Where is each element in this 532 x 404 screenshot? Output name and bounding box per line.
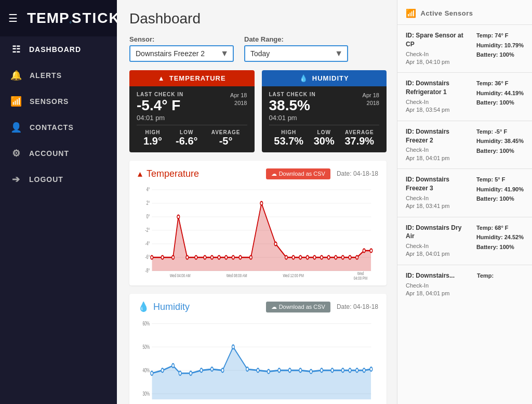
svg-point-63 — [190, 371, 192, 375]
sensor-temp-0: Temp: 74° F — [476, 31, 524, 40]
sensor-temp-2: Temp: -5° F — [476, 127, 524, 136]
hum-low-value: 30% — [314, 135, 335, 147]
sensor-temp-4: Temp: 68° F — [476, 224, 524, 232]
temp-low-value: -6.6° — [176, 135, 197, 147]
hum-card-header: 💧 HUMIDITY — [262, 70, 387, 86]
temp-download-button[interactable]: ☁ Download as CSV — [266, 168, 330, 179]
svg-point-81 — [370, 367, 373, 371]
hum-date: Apr 18 — [363, 92, 379, 98]
temp-checkin-value: -5.4° F — [137, 97, 183, 114]
sidebar-label-sensors: SENSORS — [30, 97, 69, 106]
sidebar-label-dashboard: DASHBOARD — [29, 45, 81, 54]
hum-chart-svg: 60% 50% 40% 30% — [138, 318, 378, 404]
svg-point-36 — [285, 256, 288, 259]
hum-sub-row: HIGH 53.7% LOW 30% AVERAGE 37.9% — [269, 125, 380, 147]
sensor-bat-0: Battery: 100% — [476, 50, 524, 59]
sensor-hum-1: Humidity: 44.19% — [476, 89, 524, 98]
svg-point-39 — [306, 256, 309, 259]
temp-year: 2018 — [234, 100, 247, 106]
svg-point-41 — [321, 256, 323, 259]
sidebar-item-contacts[interactable]: 👤 CONTACTS — [0, 114, 117, 140]
svg-point-45 — [349, 256, 351, 259]
svg-text:40%: 40% — [143, 367, 150, 373]
svg-point-24 — [177, 215, 180, 219]
sidebar-item-alerts[interactable]: 🔔 ALERTS — [0, 62, 117, 88]
hum-chart-title-row: 💧 Humidity — [138, 301, 190, 312]
temp-chart-card: ▴ Temperature ☁ Download as CSV Date: 04… — [129, 161, 387, 285]
svg-point-68 — [246, 367, 249, 371]
sensor-info-0: ID: Spare Sensor at CP Check-In Apr 18, … — [406, 31, 471, 66]
svg-text:Wed 08:00 AM: Wed 08:00 AM — [227, 273, 247, 279]
sensor-hum-3: Humidity: 41.90% — [476, 185, 524, 194]
sidebar-item-dashboard[interactable]: ☷ DASHBOARD — [0, 36, 117, 62]
sensor-bat-3: Battery: 100% — [476, 194, 524, 203]
hum-avg: AVERAGE 37.9% — [344, 129, 374, 147]
sensor-bat-1: Battery: 100% — [476, 98, 524, 107]
temp-checkin-row: LAST CHECK IN -5.4° F 04:01 pm Apr 18 20… — [137, 92, 247, 122]
sensor-card-3: ID: Downstairs Freezer 3 Check-In Apr 18… — [397, 168, 532, 216]
sensor-checkin-label-0: Check-In — [406, 51, 429, 57]
svg-point-21 — [151, 256, 153, 259]
hum-download-icon: ☁ — [271, 304, 277, 310]
svg-point-76 — [331, 368, 334, 372]
sidebar-item-logout[interactable]: ➔ LOGOUT — [0, 166, 117, 192]
sensor-stats-5: Temp: — [477, 271, 524, 298]
hum-avg-value: 37.9% — [344, 135, 374, 147]
svg-point-70 — [268, 370, 270, 374]
temp-high: HIGH 1.9° — [143, 129, 162, 147]
svg-point-62 — [179, 371, 181, 375]
sensor-stats-2: Temp: -5° F Humidity: 38.45% Battery: 10… — [476, 127, 524, 162]
svg-text:-2°: -2° — [145, 227, 150, 233]
sensor-select[interactable]: Downstairs Freezer 2 Spare Sensor at CP … — [129, 45, 234, 62]
svg-point-30 — [225, 256, 228, 259]
sensor-id-1: ID: Downstairs Refrigerator 1 — [406, 79, 471, 97]
hum-chart-title: Humidity — [153, 302, 190, 312]
sensor-bat-2: Battery: 100% — [476, 147, 524, 155]
sensor-card-5: ID: Downstairs... Check-In Apr 18, 04:01… — [397, 265, 532, 304]
svg-point-31 — [232, 256, 234, 259]
svg-text:-8°: -8° — [145, 268, 150, 274]
svg-text:-4°: -4° — [145, 241, 150, 247]
sensor-card-0: ID: Spare Sensor at CP Check-In Apr 18, … — [397, 24, 532, 72]
temp-avg-label: AVERAGE — [211, 129, 241, 135]
temp-date: Apr 18 — [230, 92, 247, 98]
sidebar-item-account[interactable]: ⚙ ACCOUNT — [0, 140, 117, 166]
temp-chart-icon: ▴ — [138, 168, 142, 179]
temp-high-value: 1.9° — [143, 135, 162, 147]
temp-download-icon: ☁ — [271, 171, 277, 177]
hum-high: HIGH 53.7% — [274, 129, 303, 147]
hum-chart-container: 60% 50% 40% 30% — [138, 318, 378, 404]
sensor-stats-3: Temp: 5° F Humidity: 41.90% Battery: 100… — [476, 175, 524, 210]
svg-point-43 — [335, 256, 337, 259]
svg-point-28 — [211, 256, 214, 259]
person-icon: 👤 — [10, 122, 22, 133]
temp-checkin-date: Apr 18 2018 — [230, 92, 247, 108]
svg-point-27 — [204, 256, 206, 259]
hum-high-value: 53.7% — [274, 135, 303, 147]
svg-point-71 — [278, 368, 281, 372]
hum-download-button[interactable]: ☁ Download as CSV — [266, 302, 330, 312]
logout-icon: ➔ — [10, 174, 22, 185]
logo-stick: STICK — [72, 10, 121, 27]
sidebar: ☰ TEMP°STICK™ 📶 ☷ DASHBOARD 🔔 ALERTS 📶 S… — [0, 0, 117, 404]
hum-card-body: LAST CHECK IN 38.5% 04:01 pm Apr 18 2018… — [262, 86, 387, 152]
sensor-card-1: ID: Downstairs Refrigerator 1 Check-In A… — [397, 72, 532, 120]
sensor-select-wrapper: Downstairs Freezer 2 Spare Sensor at CP … — [129, 45, 234, 62]
hamburger-icon[interactable]: ☰ — [8, 12, 18, 24]
wifi-icon: 📶 — [10, 96, 22, 107]
sensor-info-2: ID: Downstairs Freezer 2 Check-In Apr 18… — [406, 127, 471, 162]
sidebar-item-sensors[interactable]: 📶 SENSORS — [0, 88, 117, 114]
svg-point-59 — [151, 371, 153, 375]
sensor-checkin-date-2: Apr 18, 04:01 pm — [406, 155, 449, 161]
svg-point-65 — [211, 367, 214, 371]
sensor-checkin-5: Check-In Apr 18, 04:01 pm — [406, 282, 472, 298]
svg-text:0°: 0° — [147, 214, 150, 220]
sensor-checkin-2: Check-In Apr 18, 04:01 pm — [406, 146, 471, 162]
hum-download-label: Download as CSV — [279, 304, 325, 310]
svg-point-79 — [356, 368, 358, 372]
date-select[interactable]: Today Yesterday Last 7 Days Last 30 Days… — [244, 45, 348, 62]
sensor-checkin-label-2: Check-In — [406, 147, 429, 153]
hum-high-label: HIGH — [274, 129, 303, 135]
svg-point-69 — [257, 368, 259, 372]
svg-point-23 — [172, 256, 175, 259]
